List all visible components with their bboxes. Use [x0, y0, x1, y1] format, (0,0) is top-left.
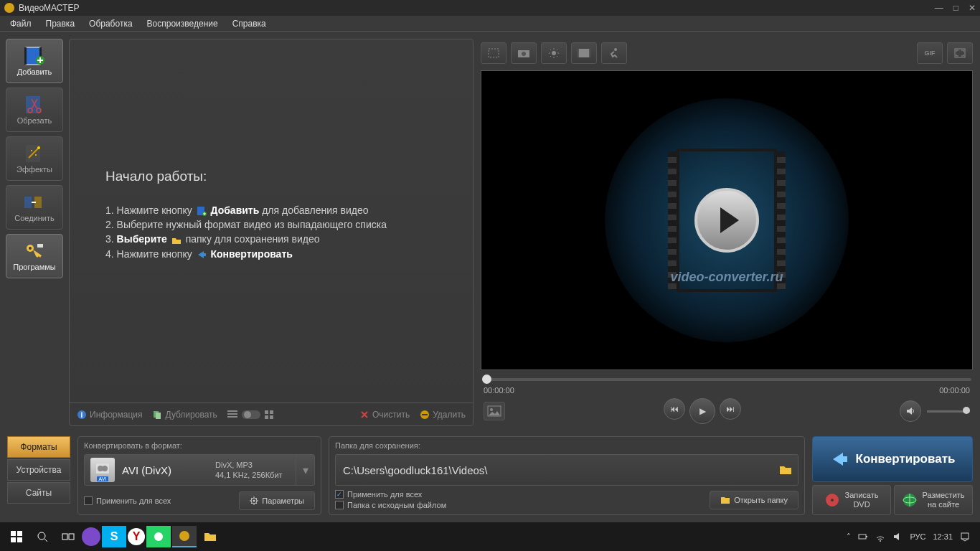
- globe-icon: [902, 492, 918, 508]
- tray-lang[interactable]: РУС: [910, 532, 925, 541]
- tool-cut[interactable]: Обрезать: [6, 88, 63, 132]
- play-button[interactable]: ▶: [689, 398, 715, 424]
- app-icon: [4, 3, 14, 13]
- speed-button[interactable]: [571, 42, 597, 64]
- timeline[interactable]: [481, 370, 973, 385]
- gear-icon: [250, 496, 258, 505]
- video-preview[interactable]: video-converter.ru: [481, 70, 973, 370]
- view-grid-icon[interactable]: [265, 410, 275, 419]
- convert-arrow-icon: [197, 250, 207, 260]
- publish-web-button[interactable]: Разместитьна сайте: [894, 485, 973, 515]
- volume-button[interactable]: [900, 400, 921, 422]
- image-icon: [484, 402, 504, 420]
- params-button[interactable]: Параметры: [239, 491, 315, 510]
- close-button[interactable]: ✕: [969, 3, 976, 13]
- sound-icon[interactable]: [892, 532, 903, 542]
- volume-slider[interactable]: [927, 410, 970, 413]
- tray-chevron[interactable]: ˄: [847, 532, 851, 542]
- burn-dvd-button[interactable]: ЗаписатьDVD: [812, 485, 891, 515]
- tb-app-whatsapp[interactable]: [146, 526, 171, 547]
- delete-button[interactable]: Удалить: [420, 410, 466, 420]
- clear-button[interactable]: Очистить: [359, 410, 410, 420]
- view-list-icon[interactable]: [227, 410, 237, 419]
- notifications-icon[interactable]: [960, 532, 970, 542]
- save-path-field[interactable]: C:\Users\goodluck161\Videos\: [335, 454, 798, 486]
- browse-folder-button[interactable]: [778, 462, 793, 478]
- format-label: Конвертировать в формат:: [84, 441, 315, 450]
- tool-add[interactable]: Добавить: [6, 39, 63, 83]
- convert-button[interactable]: Конвертировать: [812, 436, 973, 482]
- tray-clock[interactable]: 12:31: [933, 532, 953, 541]
- join-icon: [23, 192, 46, 212]
- folder-icon: [779, 464, 792, 476]
- app-title: ВидеоМАСТЕР: [19, 3, 79, 13]
- wifi-icon[interactable]: [875, 532, 885, 542]
- svg-point-39: [490, 408, 493, 411]
- tb-app-explorer[interactable]: [198, 526, 222, 547]
- tab-devices[interactable]: Устройства: [7, 459, 70, 481]
- svg-point-46: [831, 499, 834, 501]
- chevron-down-icon[interactable]: ▾: [296, 455, 314, 485]
- prev-button[interactable]: ⏮: [664, 398, 685, 420]
- crop-button[interactable]: [481, 42, 507, 64]
- tb-app-active[interactable]: [172, 526, 197, 547]
- open-folder-button[interactable]: Открыть папку: [710, 491, 798, 509]
- battery-icon[interactable]: [858, 532, 868, 542]
- folder-open-icon: [720, 496, 730, 504]
- format-name: AVI (DivX): [122, 464, 208, 476]
- svg-point-23: [244, 411, 251, 418]
- save-apply-all-checkbox[interactable]: ✓ Применить для всех: [335, 490, 446, 499]
- svg-rect-49: [11, 531, 16, 536]
- format-audio: 44,1 KHz, 256Кбит: [215, 470, 283, 480]
- start-button[interactable]: [4, 526, 29, 547]
- svg-point-42: [102, 466, 108, 471]
- tab-sites[interactable]: Сайты: [7, 482, 70, 504]
- menu-help[interactable]: Справка: [225, 17, 273, 30]
- avi-icon: AVI: [90, 458, 115, 482]
- brightness-button[interactable]: [541, 42, 567, 64]
- search-button[interactable]: [30, 526, 55, 547]
- svg-rect-24: [265, 410, 268, 414]
- tb-app-1[interactable]: [82, 527, 100, 546]
- format-apply-all-checkbox[interactable]: Применить для всех: [84, 496, 171, 505]
- maximize-button[interactable]: □: [953, 3, 958, 13]
- tool-effects[interactable]: Эффекты: [6, 136, 63, 181]
- fullscreen-button[interactable]: [947, 42, 973, 64]
- film-add-icon: [23, 46, 46, 66]
- tab-formats[interactable]: Форматы: [7, 436, 70, 458]
- menu-edit[interactable]: Правка: [39, 17, 83, 30]
- gif-button[interactable]: GIF: [917, 42, 943, 64]
- svg-rect-15: [37, 244, 43, 248]
- next-button[interactable]: ⏭: [720, 398, 741, 420]
- menu-file[interactable]: Файл: [3, 17, 39, 30]
- timeline-handle[interactable]: [482, 375, 491, 384]
- duplicate-button[interactable]: Дублировать: [152, 410, 217, 420]
- taskview-button[interactable]: [56, 526, 80, 547]
- list-bottom-toolbar: i Информация Дублировать Очистить Удалит…: [70, 402, 473, 425]
- checkbox-icon: ✓: [335, 490, 344, 499]
- play-icon: [694, 188, 759, 253]
- menu-process[interactable]: Обработка: [82, 17, 140, 30]
- svg-rect-25: [270, 410, 273, 414]
- save-path: C:\Users\goodluck161\Videos\: [343, 464, 488, 476]
- minus-icon: [420, 410, 430, 420]
- tb-app-skype[interactable]: S: [102, 526, 126, 547]
- snapshot-button[interactable]: [511, 42, 537, 64]
- format-dropdown[interactable]: AVI AVI (DivX) DivX, MP3 44,1 KHz, 256Кб…: [84, 454, 315, 486]
- same-folder-checkbox[interactable]: Папка с исходным файлом: [335, 501, 446, 509]
- tool-effects-label: Эффекты: [17, 165, 52, 174]
- view-toggle-icon[interactable]: [242, 410, 260, 420]
- info-button[interactable]: i Информация: [77, 410, 142, 420]
- convert-panel: Конвертировать ЗаписатьDVD Разместитьна …: [812, 436, 973, 515]
- start-step-1: 1. Нажмите кнопку Добавить для добавлени…: [105, 204, 451, 216]
- svg-rect-55: [69, 534, 74, 540]
- tool-join[interactable]: Соединить: [6, 185, 63, 230]
- menu-playback[interactable]: Воспроизведение: [140, 17, 225, 30]
- motion-button[interactable]: [601, 42, 627, 64]
- tb-app-yandex[interactable]: Y: [128, 528, 145, 545]
- screenshot-button[interactable]: [484, 402, 505, 420]
- svg-rect-60: [961, 533, 969, 539]
- sun-icon: [547, 47, 560, 59]
- minimize-button[interactable]: —: [935, 3, 943, 13]
- tool-programs[interactable]: Программы: [6, 234, 63, 278]
